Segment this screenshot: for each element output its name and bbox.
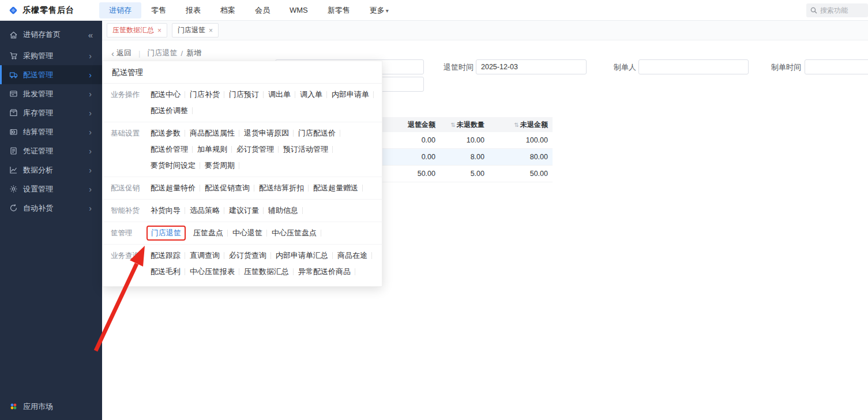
menu-item[interactable]: 配送结算折扣	[255, 180, 308, 196]
sidebar-item-analytics[interactable]: 数据分析 ›	[0, 160, 102, 179]
analytics-icon	[9, 166, 18, 174]
menu-item[interactable]: 配送毛利	[146, 264, 185, 280]
menu-item[interactable]: 内部申请单	[328, 87, 373, 103]
menu-item[interactable]: 建议订量	[225, 202, 263, 219]
menu-section-basic-settings: 基础设置 配送参数 商品配送属性 退货申请原因 门店配送价 配送价管理 加单规则…	[103, 122, 382, 177]
wholesale-icon	[9, 89, 18, 98]
sidebar-item-distribution[interactable]: 配送管理 ›	[0, 65, 102, 84]
column-header-unreturned-qty[interactable]: ⇅未退数量	[440, 120, 489, 130]
menu-item[interactable]: 配送超量特价	[146, 180, 200, 196]
menu-item[interactable]: 调入单	[296, 87, 326, 103]
back-button[interactable]: ‹ 返回	[111, 48, 131, 58]
nav-item-retail[interactable]: 零售	[141, 2, 176, 18]
logo-text: 乐檬零售后台	[22, 5, 74, 16]
sidebar-item-voucher[interactable]: 凭证管理 ›	[0, 141, 102, 160]
menu-item[interactable]: 商品配送属性	[186, 125, 239, 141]
menu-section-label: 配送促销	[103, 180, 146, 196]
menu-item[interactable]: 预订活动管理	[279, 141, 332, 158]
settlement-icon	[9, 127, 18, 136]
menu-item[interactable]: 直调查询	[186, 247, 224, 264]
menu-section-items: 补货向导 选品策略 建议订量 辅助信息	[146, 202, 379, 219]
creator-input[interactable]	[638, 59, 749, 74]
create-time-input[interactable]	[805, 59, 868, 74]
column-header-unreturned-amount[interactable]: ⇅未退金额	[489, 120, 553, 130]
collapse-sidebar-icon[interactable]: «	[88, 30, 93, 40]
close-icon[interactable]: ×	[157, 27, 161, 35]
home-icon	[9, 31, 18, 39]
chevron-right-icon: ›	[89, 166, 92, 175]
menu-item[interactable]: 选品策略	[186, 202, 224, 219]
menu-item[interactable]: 中心退筐	[228, 225, 266, 241]
nav-item-wms[interactable]: WMS	[280, 2, 318, 18]
delivery-icon	[9, 70, 18, 79]
menu-item[interactable]: 配送中心	[146, 87, 185, 103]
menu-item[interactable]: 要货周期	[201, 158, 239, 174]
menu-item[interactable]: 中心压筐报表	[186, 264, 239, 280]
top-bar: 乐檬零售后台 进销存 零售 报表 档案 会员 WMS 新零售 更多▾	[0, 0, 868, 21]
nav-item-archives[interactable]: 档案	[211, 2, 245, 18]
sidebar-item-inventory[interactable]: 库存管理 ›	[0, 103, 102, 122]
menu-item[interactable]: 调出单	[264, 87, 295, 103]
inventory-icon	[9, 108, 18, 117]
menu-item[interactable]: 商品在途	[333, 247, 371, 264]
menu-item[interactable]: 门店预订	[225, 87, 263, 103]
sort-icon: ⇅	[451, 122, 456, 128]
chevron-right-icon: ›	[89, 51, 92, 61]
sidebar-item-settlement[interactable]: 结算管理 ›	[0, 122, 102, 141]
sidebar-item-auto-replenish[interactable]: 自动补货 ›	[0, 198, 102, 217]
sidebar-item-app-market[interactable]: 应用市场	[0, 397, 102, 416]
sidebar-item-label: 结算管理	[23, 127, 89, 137]
menu-section-basket-mgmt: 筐管理 门店退筐 压筐盘点 中心退筐 中心压筐盘点	[103, 222, 382, 245]
distribution-mega-menu: 配送管理 业务操作 配送中心 门店补货 门店预订 调出单 调入单 内部申请单 配…	[102, 61, 382, 287]
sidebar-bottom: 应用市场 常用入口	[0, 397, 102, 420]
menu-item[interactable]: 必订货管理	[232, 141, 278, 158]
menu-item[interactable]: 加单规则	[193, 141, 231, 158]
close-icon[interactable]: ×	[209, 27, 213, 35]
cell-unreturned-qty: 8.00	[440, 153, 489, 161]
chevron-right-icon: ›	[89, 108, 92, 118]
menu-item[interactable]: 配送超量赠送	[309, 180, 362, 196]
nav-item-more[interactable]: 更多▾	[360, 2, 399, 18]
sidebar-item-home[interactable]: 进销存首页 «	[0, 23, 102, 46]
nav-item-reports[interactable]: 报表	[176, 2, 211, 18]
menu-item[interactable]: 配送价管理	[146, 141, 192, 158]
menu-item[interactable]: 门店配送价	[294, 125, 340, 141]
sidebar-item-settings[interactable]: 设置管理 ›	[0, 179, 102, 198]
menu-item[interactable]: 中心压筐盘点	[268, 225, 321, 241]
menu-item[interactable]: 配送价调整	[146, 103, 192, 119]
nav-item-new-retail[interactable]: 新零售	[318, 2, 360, 18]
menu-item[interactable]: 补货向导	[146, 202, 185, 219]
menu-item[interactable]: 压筐盘点	[189, 225, 227, 241]
basket-return-time-input[interactable]	[476, 59, 587, 74]
cell-unreturned-amount: 100.00	[489, 136, 553, 144]
menu-item[interactable]: 配送参数	[146, 125, 185, 141]
global-search[interactable]	[806, 3, 868, 17]
menu-section-items: 配送参数 商品配送属性 退货申请原因 门店配送价 配送价管理 加单规则 必订货管…	[146, 125, 379, 174]
menu-item[interactable]: 必订货查询	[225, 247, 270, 264]
sidebar-item-common-entry[interactable]: 常用入口	[0, 416, 102, 420]
menu-item[interactable]: 退货申请原因	[240, 125, 293, 141]
nav-item-members[interactable]: 会员	[245, 2, 280, 18]
menu-item[interactable]: 门店补货	[186, 87, 224, 103]
menu-section-distribution-promo: 配送促销 配送超量特价 配送促销查询 配送结算折扣 配送超量赠送	[103, 177, 382, 200]
menu-item[interactable]: 辅助信息	[264, 202, 302, 219]
sidebar-item-wholesale[interactable]: 批发管理 ›	[0, 84, 102, 103]
menu-item[interactable]: 要货时间设定	[146, 158, 200, 174]
search-input[interactable]	[820, 6, 861, 14]
caret-down-icon: ▾	[386, 7, 389, 14]
page-tab-store-basket-return[interactable]: 门店退筐 ×	[172, 23, 219, 38]
nav-item-inventory[interactable]: 进销存	[99, 2, 141, 18]
menu-item[interactable]: 异常配送价商品	[294, 264, 355, 280]
menu-item[interactable]: 压筐数据汇总	[240, 264, 293, 280]
menu-item[interactable]: 配送跟踪	[146, 247, 185, 264]
column-header-return-amount[interactable]: 退筐金额	[388, 120, 440, 130]
menu-item[interactable]: 内部申请单汇总	[272, 247, 332, 264]
chevron-right-icon: ›	[89, 70, 92, 80]
app-logo[interactable]: 乐檬零售后台	[0, 5, 99, 16]
sidebar-item-purchase[interactable]: 采购管理 ›	[0, 46, 102, 65]
menu-item[interactable]: 配送促销查询	[201, 180, 254, 196]
page-tab-basket-data-summary[interactable]: 压筐数据汇总 ×	[107, 23, 167, 38]
sidebar-item-label: 配送管理	[23, 70, 89, 80]
menu-item-store-basket-return-highlighted[interactable]: 门店退筐	[146, 226, 186, 241]
mega-menu-title: 配送管理	[103, 61, 382, 84]
